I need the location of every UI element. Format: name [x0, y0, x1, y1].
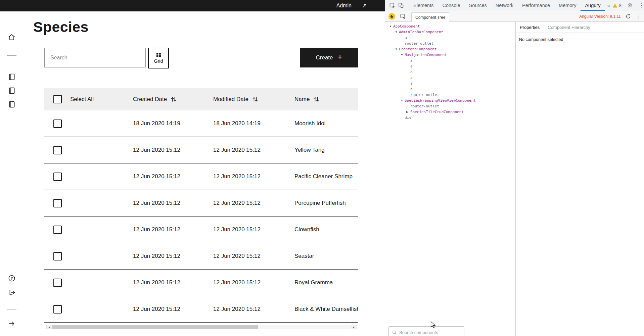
- tree-node[interactable]: router-outlet: [385, 103, 515, 109]
- refresh-icon[interactable]: [624, 12, 633, 21]
- tree-expand-arrow-icon[interactable]: ▼: [401, 99, 405, 102]
- search-input[interactable]: [44, 48, 146, 67]
- tree-node[interactable]: a: [385, 58, 515, 63]
- tree-expand-arrow-icon[interactable]: ▼: [401, 53, 405, 56]
- dark-mode-toggle-icon[interactable]: [388, 13, 395, 20]
- scroll-left-button[interactable]: ◂: [47, 325, 52, 329]
- horizontal-scrollbar[interactable]: ◂ ▸: [46, 325, 357, 329]
- devtools-tab-sources[interactable]: Sources: [465, 0, 491, 11]
- help-icon[interactable]: ?: [8, 274, 16, 282]
- admin-topbar: Admin: [0, 0, 385, 11]
- tree-node[interactable]: a: [385, 86, 515, 92]
- table-body: 18 Jun 2020 14:1918 Jun 2020 14:19Mooris…: [44, 110, 358, 323]
- devtools-tab-performance[interactable]: Performance: [518, 0, 554, 11]
- scrollbar-track[interactable]: [52, 325, 351, 329]
- select-all-checkbox[interactable]: [53, 95, 62, 103]
- table-header: Select All Created Date Modified Date: [44, 88, 358, 110]
- devtools-tab-network[interactable]: Network: [491, 0, 518, 11]
- tree-node[interactable]: ▶SpeciesTileCrudComponent: [385, 109, 515, 115]
- component-tree-tab-label: Component Tree: [415, 15, 445, 20]
- row-checkbox[interactable]: [53, 173, 62, 181]
- tree-node-label: SpeciesWrappingViewViewComponent: [405, 98, 476, 103]
- device-toolbar-icon[interactable]: [397, 1, 405, 10]
- settings-gear-icon[interactable]: [626, 1, 635, 10]
- svg-text:?: ?: [11, 276, 13, 280]
- empty-state-message: No component selected: [516, 33, 644, 46]
- tree-node[interactable]: ▼SpeciesWrappingViewViewComponent: [385, 98, 515, 103]
- admin-title: Admin: [336, 3, 352, 9]
- cell-created-date: 12 Jun 2020 15:12: [133, 279, 213, 286]
- journal-icon[interactable]: [8, 100, 16, 108]
- sort-icon[interactable]: [170, 96, 177, 103]
- warning-count: 8: [619, 3, 622, 8]
- tree-node-label: div: [405, 115, 411, 120]
- augury-kebab-icon[interactable]: ⋮: [636, 13, 641, 19]
- scrollbar-thumb[interactable]: [52, 325, 258, 329]
- devtools-tab-elements[interactable]: Elements: [409, 0, 438, 11]
- tree-node[interactable]: a: [385, 81, 515, 86]
- sort-icon[interactable]: [252, 96, 259, 103]
- component-search-input[interactable]: [399, 330, 461, 335]
- tab-component-tree[interactable]: Component Tree: [411, 12, 449, 22]
- create-button[interactable]: Create +: [300, 48, 358, 67]
- tree-expand-arrow-icon[interactable]: ▶: [406, 110, 410, 113]
- angular-version-label: Angular Version: 9.1.11: [579, 14, 621, 19]
- table-row: 12 Jun 2020 15:1212 Jun 2020 15:12Pacifi…: [44, 163, 358, 190]
- devtools-tab-augury[interactable]: Augury: [581, 0, 605, 11]
- tab-component-hierarchy[interactable]: Component Hierarchy: [544, 25, 594, 30]
- tree-node[interactable]: a: [385, 35, 515, 41]
- row-checkbox[interactable]: [53, 199, 62, 207]
- tree-expand-arrow-icon[interactable]: ▼: [389, 25, 393, 28]
- cell-name: Black & White Damselfish: [294, 306, 358, 313]
- row-checkbox[interactable]: [53, 119, 62, 128]
- home-icon[interactable]: [8, 33, 16, 41]
- row-checkbox[interactable]: [53, 305, 62, 314]
- search-icon: [392, 330, 397, 335]
- cell-name: Pacific Cleaner Shrimp: [294, 173, 358, 180]
- warning-badge[interactable]: 8: [612, 3, 622, 8]
- tree-node[interactable]: ▼AppComponent: [385, 23, 515, 29]
- create-button-label: Create: [316, 54, 333, 61]
- row-checkbox[interactable]: [53, 226, 62, 234]
- tree-node[interactable]: a: [385, 75, 515, 81]
- tree-node[interactable]: div: [385, 115, 515, 121]
- tree-node[interactable]: router-outlet: [385, 92, 515, 98]
- tree-expand-arrow-icon[interactable]: ▼: [395, 31, 399, 34]
- cell-modified-date: 12 Jun 2020 15:12: [213, 306, 294, 313]
- column-header-created-date: Created Date: [133, 96, 167, 103]
- tree-node[interactable]: ▼FrontendComponent: [385, 46, 515, 52]
- inspect-element-icon[interactable]: [388, 1, 397, 10]
- tree-node[interactable]: ▼AdminTopBarComponent: [385, 29, 515, 35]
- tree-node-label: a: [405, 36, 407, 40]
- tab-properties[interactable]: Properties: [516, 25, 544, 30]
- scroll-right-button[interactable]: ▸: [351, 325, 356, 329]
- tree-node-label: AdminTopBarComponent: [399, 30, 443, 34]
- tree-node[interactable]: a: [385, 69, 515, 75]
- sidebar: ?: [0, 11, 24, 336]
- tree-node[interactable]: a: [385, 63, 515, 69]
- tree-node-label: router-outlet: [405, 41, 433, 46]
- kebab-menu-icon[interactable]: ⋮: [639, 2, 644, 8]
- logout-icon[interactable]: [8, 288, 16, 296]
- row-checkbox[interactable]: [53, 146, 62, 154]
- external-link-icon[interactable]: [362, 3, 367, 9]
- expand-arrow-icon[interactable]: [8, 320, 16, 328]
- devtools-tab-console[interactable]: Console: [438, 0, 464, 11]
- grid-view-button[interactable]: Grid: [148, 48, 169, 68]
- more-tabs-icon[interactable]: »: [605, 3, 612, 8]
- tree-node-label: a: [410, 70, 413, 74]
- row-checkbox[interactable]: [53, 252, 62, 260]
- tree-node[interactable]: ▼NavigationComponent: [385, 52, 515, 58]
- tree-node-label: router-outlet: [410, 93, 439, 97]
- augury-inspect-icon[interactable]: [398, 12, 407, 21]
- journal-icon[interactable]: [8, 73, 16, 81]
- tree-expand-arrow-icon[interactable]: ▼: [395, 48, 399, 51]
- row-checkbox[interactable]: [53, 279, 62, 287]
- tree-node[interactable]: router-outlet: [385, 41, 515, 46]
- journal-icon[interactable]: [8, 87, 16, 95]
- sort-icon[interactable]: [313, 96, 320, 103]
- devtools-tab-memory[interactable]: Memory: [554, 0, 581, 11]
- cell-modified-date: 12 Jun 2020 15:12: [213, 279, 294, 286]
- cell-modified-date: 12 Jun 2020 15:12: [213, 147, 294, 153]
- select-all-label: Select All: [70, 96, 94, 103]
